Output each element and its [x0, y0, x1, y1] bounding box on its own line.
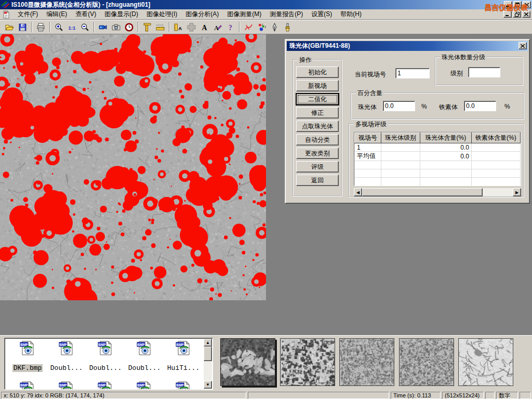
calibration-icon[interactable]: A — [172, 21, 185, 33]
text-edit-icon[interactable]: A — [211, 21, 224, 33]
table-hscrollbar[interactable]: ◀ ▶ — [354, 188, 521, 196]
op-button-7[interactable]: 更改类别 — [296, 148, 339, 159]
file-item[interactable]: BMP — [48, 381, 85, 390]
svg-text:3: 3 — [264, 26, 266, 29]
micrograph-image[interactable] — [0, 34, 266, 300]
table-header[interactable]: 铁素体含量(%) — [471, 133, 520, 143]
file-vscrollbar[interactable]: ▲ ▼ — [204, 339, 212, 389]
table-row[interactable] — [355, 161, 521, 169]
pen-icon[interactable] — [268, 21, 281, 33]
brush-icon[interactable] — [281, 21, 294, 33]
op-button-9[interactable]: 返回 — [296, 175, 339, 186]
menu-item-8[interactable]: 测量报告(P) — [265, 9, 307, 19]
camera-capture-icon[interactable] — [110, 21, 123, 33]
document-icon[interactable] — [2, 10, 10, 19]
file-browser[interactable]: ▲ ▼ BMPDKF.bmpBMPDoubl...BMPDoubl...BMPD… — [4, 338, 213, 390]
zoom-in-icon[interactable] — [52, 21, 65, 33]
current-field-input[interactable] — [395, 68, 430, 78]
thumbnail-dark-blotchy-micrograph[interactable] — [220, 338, 275, 386]
menu-item-1[interactable]: 文件(F) — [14, 9, 42, 19]
file-item[interactable]: BMPHuiTi... — [165, 340, 202, 372]
table-row[interactable]: 10.0 — [355, 143, 521, 152]
mdi-minimize-icon[interactable] — [503, 11, 512, 18]
video-capture-icon[interactable] — [97, 21, 110, 33]
hscroll-thumb[interactable] — [362, 188, 483, 196]
menu-item-5[interactable]: 图像处理(I) — [142, 9, 181, 19]
svg-text:A: A — [178, 25, 182, 31]
menu-item-3[interactable]: 查看(V) — [71, 9, 100, 19]
vscroll-thumb[interactable] — [204, 347, 212, 361]
table-cell — [381, 169, 420, 178]
thumbnail-graphite-flake-micrograph[interactable] — [458, 338, 513, 386]
file-item[interactable]: BMPDoubl... — [87, 340, 124, 372]
menu-item-10[interactable]: 帮助(H) — [336, 9, 366, 19]
caliper-icon[interactable] — [141, 21, 154, 33]
mdi-restore-icon[interactable] — [513, 11, 521, 18]
scroll-right-icon[interactable]: ▶ — [513, 188, 521, 196]
minimize-icon[interactable] — [504, 1, 512, 8]
file-item[interactable]: BMP — [126, 381, 163, 390]
close-icon[interactable] — [523, 1, 531, 8]
menu-item-2[interactable]: 编辑(E) — [42, 9, 71, 19]
curve-erase-icon[interactable] — [242, 21, 255, 33]
file-item[interactable]: BMPDoubl... — [126, 340, 163, 372]
menu-item-6[interactable]: 图像分析(A) — [181, 9, 223, 19]
op-button-8[interactable]: 评级 — [296, 161, 339, 172]
file-name[interactable]: HuiTi... — [166, 364, 201, 372]
file-item[interactable]: BMP — [9, 381, 46, 390]
file-name[interactable]: Doubl... — [127, 364, 162, 372]
op-button-4[interactable]: 修正 — [296, 107, 339, 118]
scroll-up-icon[interactable]: ▲ — [204, 339, 212, 347]
toolbar-separator — [49, 22, 50, 32]
classify-icon[interactable]: 23 — [255, 21, 268, 33]
print-icon[interactable] — [34, 21, 47, 33]
open-file-icon[interactable] — [3, 21, 16, 33]
op-button-5[interactable]: 点取珠光体 — [296, 121, 339, 132]
table-header[interactable]: 珠光体含量(%) — [420, 133, 471, 143]
level-input[interactable] — [468, 67, 500, 77]
file-item[interactable]: BMPDKF.bmp — [9, 340, 46, 372]
actual-size-icon[interactable]: 1:1 — [65, 21, 78, 33]
maximize-icon[interactable] — [513, 1, 522, 8]
menu-item-7[interactable]: 图像测量(M) — [223, 9, 265, 19]
file-item[interactable]: BMP — [165, 381, 202, 390]
scroll-left-icon[interactable]: ◀ — [354, 188, 362, 196]
file-name[interactable]: DKF.bmp — [12, 364, 43, 372]
rating-table[interactable]: 视场号珠光体级别珠光体含量(%)铁素体含量(%)10.0平均值0.0 — [354, 132, 521, 186]
scroll-down-icon[interactable]: ▼ — [204, 381, 212, 389]
svg-text:BMP: BMP — [137, 383, 145, 387]
table-header[interactable]: 珠光体级别 — [381, 133, 420, 143]
save-icon[interactable] — [16, 21, 29, 33]
text-label-icon[interactable]: A — [198, 21, 211, 33]
file-name[interactable]: Doubl... — [88, 364, 123, 372]
thumbnail-coarse-grain-micrograph[interactable] — [280, 338, 335, 386]
multiview-legend: 多视场评级 — [354, 121, 388, 128]
table-header[interactable]: 视场号 — [355, 133, 381, 143]
table-row[interactable]: 平均值0.0 — [355, 152, 521, 161]
dialog-close-icon[interactable] — [518, 42, 527, 49]
file-name[interactable]: Doubl... — [49, 364, 84, 372]
op-button-3[interactable]: 二值化 — [296, 94, 339, 105]
table-row[interactable] — [355, 178, 521, 186]
table-row[interactable] — [355, 169, 521, 178]
menu-item-4[interactable]: 图像显示(D) — [100, 9, 142, 19]
menu-item-9[interactable]: 设置(S) — [307, 9, 336, 19]
timed-capture-icon[interactable] — [123, 21, 136, 33]
thumbnail-fine-grain-micrograph[interactable] — [339, 338, 394, 386]
zoom-out-icon[interactable] — [78, 21, 91, 33]
ferrite-percent-input[interactable] — [464, 101, 496, 111]
help-icon[interactable]: ? — [224, 21, 237, 33]
op-button-6[interactable]: 自动分类 — [296, 134, 339, 145]
op-button-2[interactable]: 新视场 — [296, 80, 339, 91]
file-item[interactable]: BMPDoubl... — [48, 340, 85, 372]
dialog-title-bar[interactable]: 珠光体(GB/T9441-88) — [287, 41, 528, 51]
table-row[interactable] — [355, 186, 521, 187]
status-spacer — [248, 392, 389, 399]
op-button-1[interactable]: 初始化 — [296, 66, 339, 78]
thumbnail-fine-grain-micrograph[interactable] — [399, 338, 454, 386]
mdi-close-icon[interactable] — [522, 11, 530, 18]
ruler-icon[interactable] — [154, 21, 167, 33]
file-item[interactable]: BMP — [87, 381, 124, 390]
pearlite-percent-input[interactable] — [383, 101, 415, 111]
image-merge-icon[interactable] — [185, 21, 198, 33]
